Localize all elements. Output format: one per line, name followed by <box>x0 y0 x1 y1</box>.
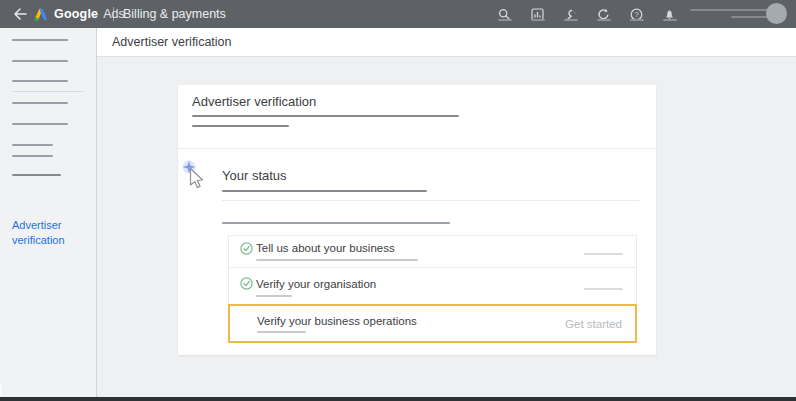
sidebar-skeleton-line <box>12 39 68 41</box>
task-skeleton-line <box>256 295 292 297</box>
brand-ads-label: Ads <box>103 7 125 21</box>
page-subheader: Advertiser verification <box>97 28 796 57</box>
task-skeleton-line <box>584 288 623 290</box>
topbar-divider <box>113 7 114 21</box>
back-button[interactable] <box>10 0 30 28</box>
google-ads-billing-screen: Google Ads Billing & payments <box>0 0 796 401</box>
card-skeleton-line <box>222 190 427 192</box>
arrow-left-icon <box>13 8 27 20</box>
card-section-divider <box>178 148 656 149</box>
page-title: Advertiser verification <box>97 35 232 49</box>
reports-button[interactable] <box>521 0 554 28</box>
icon-underline <box>564 19 578 21</box>
task-row-tell-us-about-your-business[interactable]: Tell us about your business <box>229 236 636 268</box>
sidebar-skeleton-line <box>12 60 68 62</box>
icon-underline <box>498 19 512 21</box>
get-started-button[interactable]: Get started <box>565 318 622 330</box>
skeleton-line <box>731 16 770 18</box>
tools-button[interactable] <box>554 0 587 28</box>
status-section-title: Your status <box>222 168 287 183</box>
task-skeleton-line <box>256 259 418 261</box>
card-skeleton-line <box>192 115 459 117</box>
sidebar-skeleton-line <box>12 80 68 82</box>
sidebar-skeleton-line <box>12 174 61 176</box>
verification-checklist: Tell us about your business Verify your … <box>228 235 637 343</box>
icon-underline <box>630 19 644 21</box>
task-skeleton-line <box>584 253 623 255</box>
task-row-verify-your-organisation[interactable]: Verify your organisation <box>229 268 636 304</box>
check-circle-icon <box>240 241 253 259</box>
topbar-section-title: Billing & payments <box>123 0 226 28</box>
help-button[interactable]: ? <box>620 0 653 28</box>
task-label: Verify your business operations <box>257 315 417 327</box>
skeleton-line <box>690 9 770 11</box>
card-skeleton-line <box>222 222 450 224</box>
screen-edge-notch <box>0 385 2 395</box>
notifications-button[interactable] <box>653 0 686 28</box>
svg-text:?: ? <box>634 10 638 19</box>
advertiser-verification-card: Advertiser verification Your status <box>178 85 656 355</box>
card-title: Advertiser verification <box>192 94 316 109</box>
topbar-icon-group: ? <box>488 0 686 28</box>
icon-underline <box>597 19 611 21</box>
account-avatar[interactable] <box>766 3 787 24</box>
task-label: Verify your organisation <box>256 278 376 290</box>
mouse-cursor-click-indicator <box>181 159 213 193</box>
sidebar-divider <box>12 91 84 92</box>
sidebar-skeleton-line <box>12 155 53 157</box>
icon-underline <box>663 19 677 21</box>
sidebar-skeleton-line <box>12 144 53 146</box>
search-button[interactable] <box>488 0 521 28</box>
task-label: Tell us about your business <box>256 242 395 254</box>
sidebar-item-advertiser-verification[interactable]: Advertiser verification <box>12 218 86 248</box>
cursor-icon <box>181 159 213 193</box>
icon-underline <box>531 19 545 21</box>
refresh-button[interactable] <box>587 0 620 28</box>
brand-google-label: Google <box>54 7 98 21</box>
navigation-sidebar: Advertiser verification <box>0 28 97 397</box>
card-skeleton-line <box>192 125 289 127</box>
check-circle-icon <box>240 276 253 294</box>
sidebar-skeleton-line <box>12 102 68 104</box>
task-skeleton-line <box>257 331 306 333</box>
google-ads-logo-lockup[interactable]: Google Ads <box>33 0 125 28</box>
task-row-verify-your-business-operations-highlighted[interactable]: Verify your business operations Get star… <box>228 304 637 343</box>
bottom-window-edge <box>0 397 796 401</box>
google-ads-logo-icon <box>33 7 49 22</box>
top-app-bar: Google Ads Billing & payments <box>0 0 796 28</box>
card-light-divider <box>222 200 640 201</box>
sidebar-skeleton-line <box>12 123 68 125</box>
